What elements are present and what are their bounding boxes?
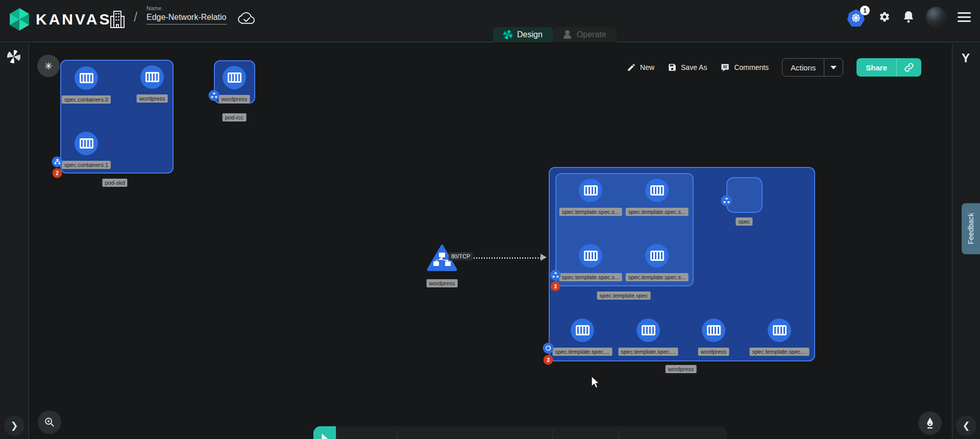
node-container[interactable] (579, 179, 602, 202)
select-tool-button[interactable] (313, 426, 336, 439)
hierarchy-badge[interactable] (550, 270, 561, 281)
design-name-field: Name (146, 5, 228, 25)
node-label: wordpress (427, 279, 458, 287)
node-container[interactable] (636, 319, 660, 342)
container-icon (576, 325, 590, 335)
edge-port-label: 80/TCP (449, 252, 473, 260)
new-button[interactable]: New (627, 63, 654, 72)
layers-tool-button[interactable] (657, 435, 683, 439)
node-label: spec.containers.1 (62, 161, 111, 169)
help-tool-button[interactable]: ? (689, 435, 716, 439)
text-tool-button[interactable]: T (492, 435, 519, 439)
node-container[interactable] (645, 179, 669, 202)
container-icon (642, 325, 655, 335)
save-as-label: Save As (681, 63, 707, 71)
shapes-tool-button[interactable] (401, 435, 428, 439)
comments-label: Comments (734, 63, 769, 71)
mouse-cursor (590, 375, 602, 392)
left-rail: ❯ (0, 43, 29, 439)
node-spec[interactable] (726, 177, 763, 213)
comments-button[interactable]: Comments (720, 63, 769, 72)
node-container[interactable] (768, 319, 791, 342)
hierarchy-badge[interactable] (209, 90, 219, 101)
kubernetes-context-button[interactable]: 1 (847, 8, 867, 26)
tab-design[interactable]: Design (493, 27, 553, 42)
drawer-tool-button[interactable] (625, 435, 651, 439)
node-label: spec.template.spec.... (619, 348, 678, 356)
node-label: wordpress (137, 94, 168, 103)
error-count-badge[interactable]: 2 (53, 168, 62, 178)
design-canvas[interactable]: New Save As Comments Actions Share (29, 43, 952, 439)
menu-button[interactable] (958, 12, 971, 22)
node-container[interactable] (75, 66, 98, 90)
design-tab-icon (503, 30, 512, 39)
error-count-badge[interactable]: 3 (544, 355, 553, 365)
brand-name: KANVAS (36, 11, 111, 28)
magnifier-icon (44, 417, 55, 428)
pen-tool-button[interactable] (557, 435, 584, 439)
hierarchy-badge[interactable] (721, 196, 732, 206)
image-tool-button[interactable] (462, 435, 488, 439)
node-label: spec.containers.0 (62, 95, 111, 104)
container-icon (80, 138, 93, 149)
share-button[interactable]: Share (856, 63, 896, 72)
node-container[interactable] (579, 244, 602, 267)
header-right: 1 (847, 7, 971, 27)
user-avatar[interactable] (926, 7, 946, 27)
design-name-input[interactable] (146, 11, 227, 25)
freehand-tool-button[interactable] (588, 435, 615, 439)
node-container[interactable] (75, 132, 98, 155)
tab-operate-label: Operate (577, 30, 606, 39)
canvas-action-bar: New Save As Comments Actions Share (627, 58, 921, 77)
expand-right-panel-button[interactable]: ❮ (956, 416, 976, 436)
feedback-label: Feedback (967, 213, 975, 244)
sticky-note-tool-button[interactable] (523, 435, 549, 439)
node-container[interactable] (571, 319, 594, 342)
error-count-badge[interactable]: 3 (551, 282, 560, 291)
components-tool-button[interactable] (339, 435, 365, 439)
save-as-button[interactable]: Save As (668, 63, 707, 72)
group-spec-template-spec[interactable] (555, 173, 694, 286)
node-container[interactable] (645, 244, 669, 267)
node-label: spec.template.spec.s... (559, 208, 622, 216)
expand-left-panel-button[interactable]: ❯ (4, 416, 24, 436)
hierarchy-badge[interactable] (52, 157, 63, 167)
settings-button[interactable] (878, 10, 891, 23)
tab-design-label: Design (517, 30, 543, 39)
meshery-swirl-icon[interactable] (7, 50, 20, 63)
notifications-button[interactable] (902, 10, 915, 23)
node-container[interactable] (702, 319, 725, 342)
mode-tabs: Design Operate (493, 27, 617, 42)
pod-collapsed-icon[interactable]: ✳ (37, 55, 60, 77)
brand[interactable]: KANVAS (8, 8, 111, 31)
actions-button[interactable]: Actions (782, 63, 824, 72)
context-count-badge: 1 (860, 6, 870, 15)
copy-link-button[interactable] (896, 58, 921, 77)
node-label: wordpress (219, 95, 250, 103)
design-name-label: Name (146, 5, 228, 11)
right-rail-top-glyph[interactable]: Y (962, 51, 970, 65)
link-icon (904, 62, 914, 72)
organization-icon[interactable] (110, 9, 125, 32)
canvas-toolbar: T (313, 426, 727, 439)
container-icon (228, 72, 241, 83)
container-icon (650, 185, 664, 196)
tab-operate[interactable]: Operate (553, 27, 617, 42)
node-container[interactable] (140, 65, 164, 89)
node-label: spec.template.spec.s... (626, 273, 689, 281)
share-control: Share (856, 58, 921, 77)
meshery-badge[interactable] (543, 343, 554, 354)
node-container[interactable] (223, 66, 246, 89)
component-section (336, 426, 397, 439)
zoom-button[interactable] (38, 410, 61, 434)
header: KANVAS / Name Design (0, 0, 980, 42)
comment-tool-button[interactable] (431, 435, 458, 439)
kubernetes-tool-button[interactable] (368, 435, 394, 439)
group-label: pod-rcc (223, 113, 247, 121)
pencil-icon (627, 63, 636, 72)
actions-caret-button[interactable] (824, 59, 843, 76)
group-label: wordpress (666, 365, 697, 373)
ink-pen-button[interactable] (918, 411, 942, 435)
kanvas-app: KANVAS / Name Design (0, 0, 980, 439)
feedback-tab[interactable]: Feedback (962, 203, 980, 254)
